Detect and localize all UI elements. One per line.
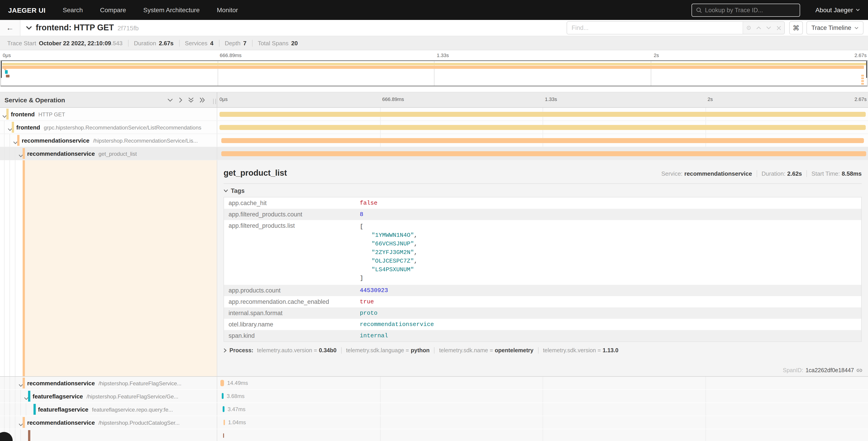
nav-item-monitor[interactable]: Monitor bbox=[217, 6, 238, 13]
span-duration-bar[interactable] bbox=[223, 419, 225, 425]
column-splitter-handle[interactable] bbox=[213, 99, 216, 104]
expand-chevron-icon[interactable] bbox=[2, 112, 7, 120]
span-duration-label: 3.47ms bbox=[228, 406, 246, 412]
indent-guide bbox=[15, 147, 16, 160]
collapse-all-icon[interactable] bbox=[188, 97, 194, 102]
span-row-timeline[interactable] bbox=[217, 108, 868, 120]
span-duration-bar[interactable] bbox=[220, 380, 224, 386]
array-item-comma: , bbox=[414, 240, 417, 247]
nav-item-search[interactable]: Search bbox=[63, 6, 83, 13]
trace-lookup-input[interactable] bbox=[705, 6, 795, 13]
clear-search-icon[interactable] bbox=[774, 23, 783, 32]
prev-result-icon[interactable] bbox=[754, 23, 763, 32]
span-row-timeline[interactable] bbox=[217, 429, 868, 441]
process-item: telemetry.sdk.language = python bbox=[341, 347, 430, 354]
span-duration-bar[interactable] bbox=[223, 433, 224, 438]
tag-value-text: 8 bbox=[360, 211, 363, 218]
service-name: frontend bbox=[11, 111, 35, 117]
span-row-timeline[interactable]: 14.49ms bbox=[217, 377, 868, 389]
tag-row[interactable]: app.filtered_products.count8 bbox=[224, 209, 861, 220]
minimap-left-handle[interactable] bbox=[1, 61, 2, 78]
trace-id-short: 2f715fb bbox=[118, 24, 138, 31]
nav-item-system-architecture[interactable]: System Architecture bbox=[143, 6, 199, 13]
span-row-name: frontendgrpc.hipstershop.RecommendationS… bbox=[0, 121, 217, 134]
span-row[interactable]: featureflagservice/hipstershop.FeatureFl… bbox=[0, 390, 868, 403]
find-input[interactable] bbox=[567, 22, 743, 34]
span-row-timeline[interactable]: 2.62s bbox=[217, 147, 868, 160]
trace-view-selector[interactable]: Trace Timeline bbox=[806, 21, 864, 34]
tag-value-text: recommendationservice bbox=[360, 321, 434, 328]
duration-value: 2.67s bbox=[159, 40, 174, 47]
expand-all-icon[interactable] bbox=[199, 97, 205, 102]
span-row[interactable]: recommendationservice/hipstershop.Featur… bbox=[0, 377, 868, 390]
expand-chevron-icon[interactable] bbox=[13, 138, 18, 146]
app-brand[interactable]: JAEGER UI bbox=[8, 6, 45, 14]
about-jaeger-menu[interactable]: About Jaeger bbox=[815, 6, 860, 13]
tag-row[interactable]: internal.span.formatproto bbox=[224, 307, 861, 319]
expand-chevron-icon[interactable] bbox=[24, 394, 29, 402]
tag-value: 44530923 bbox=[355, 285, 393, 296]
focus-match-icon[interactable] bbox=[744, 23, 753, 32]
span-duration-bar[interactable] bbox=[223, 406, 224, 412]
indent-guide bbox=[15, 416, 16, 429]
minimap-time-axis: 0μs666.89ms1.33s2s2.67s bbox=[0, 50, 868, 60]
copy-link-icon[interactable] bbox=[856, 367, 863, 374]
span-rows-bottom: recommendationservice/hipstershop.Featur… bbox=[0, 377, 868, 441]
span-row-timeline[interactable]: 3.47ms bbox=[217, 403, 868, 416]
process-value: python bbox=[411, 347, 430, 354]
span-duration-bar[interactable] bbox=[221, 151, 866, 156]
keyboard-shortcuts-button[interactable]: ⌘ bbox=[789, 21, 803, 34]
process-items: telemetry.auto.version = 0.34b0telemetry… bbox=[257, 347, 618, 354]
tag-row[interactable]: otel.library.namerecommendationservice bbox=[224, 319, 861, 330]
expand-chevron-icon[interactable] bbox=[19, 420, 23, 428]
next-result-icon[interactable] bbox=[764, 23, 773, 32]
collapse-one-level-icon[interactable] bbox=[167, 98, 173, 101]
tag-value: proto bbox=[355, 307, 382, 319]
indent-guide bbox=[9, 160, 10, 376]
trace-minimap[interactable] bbox=[0, 60, 868, 86]
tag-row[interactable]: app.recommendation.cache_enabledtrue bbox=[224, 296, 861, 307]
operation-name: /hipstershop.FeatureFlagService/Ge... bbox=[87, 393, 179, 400]
time-tick-label: 2s bbox=[708, 96, 713, 102]
span-row-name: frontendHTTP GET bbox=[0, 108, 217, 120]
expand-one-level-icon[interactable] bbox=[179, 97, 182, 102]
span-row[interactable]: frontendgrpc.hipstershop.RecommendationS… bbox=[0, 121, 868, 134]
span-row-partial[interactable] bbox=[0, 429, 868, 441]
process-section-toggle[interactable]: Process: telemetry.auto.version = 0.34b0… bbox=[223, 347, 862, 354]
minimap-right-handle[interactable] bbox=[866, 61, 867, 78]
expand-chevron-icon[interactable] bbox=[19, 151, 23, 159]
span-row-timeline[interactable]: 1.04ms bbox=[217, 416, 868, 429]
indent-guide bbox=[15, 160, 16, 376]
tag-row[interactable]: span.kindinternal bbox=[224, 330, 861, 342]
expand-chevron-icon[interactable] bbox=[8, 125, 12, 133]
tag-row[interactable]: app.products.count44530923 bbox=[224, 285, 861, 296]
span-duration-bar[interactable] bbox=[219, 125, 866, 130]
span-duration-bar[interactable] bbox=[219, 112, 866, 117]
tag-row[interactable]: app.filtered_products.list["1YMWWN1N4O",… bbox=[224, 220, 861, 285]
back-button[interactable]: ← bbox=[0, 20, 20, 36]
span-row-timeline[interactable] bbox=[217, 134, 868, 147]
stat-depth: Depth 7 bbox=[219, 40, 246, 47]
span-row-name: recommendationservice/hipstershop.Featur… bbox=[0, 377, 217, 389]
span-row-timeline[interactable]: 3.68ms bbox=[217, 390, 868, 403]
span-row[interactable]: recommendationservice/hipstershop.Recomm… bbox=[0, 134, 868, 147]
array-item-string: "2ZYFJ3GM2N" bbox=[372, 249, 414, 256]
span-duration-bar[interactable] bbox=[222, 393, 223, 399]
services-label: Services bbox=[185, 40, 208, 47]
span-row[interactable]: recommendationserviceget_product_list2.6… bbox=[0, 147, 868, 160]
selected-span-bar[interactable] bbox=[221, 161, 866, 165]
span-row-timeline[interactable] bbox=[217, 121, 868, 134]
tags-section-toggle[interactable]: Tags bbox=[223, 187, 862, 194]
span-row[interactable]: recommendationservice/hipstershop.Produc… bbox=[0, 416, 868, 429]
collapse-trace-chevron-icon[interactable] bbox=[26, 26, 32, 30]
span-row[interactable]: frontendHTTP GET bbox=[0, 108, 868, 121]
expand-chevron-icon[interactable] bbox=[19, 381, 23, 389]
operation-name: HTTP GET bbox=[38, 111, 65, 117]
indent-guide bbox=[9, 377, 10, 389]
span-row[interactable]: featureflagservicefeatureflagservice.rep… bbox=[0, 403, 868, 416]
tag-value: recommendationservice bbox=[355, 319, 438, 330]
span-duration-bar[interactable] bbox=[221, 138, 864, 143]
tag-row[interactable]: app.cache_hitfalse bbox=[224, 198, 861, 209]
nav-item-compare[interactable]: Compare bbox=[100, 6, 126, 13]
process-item: telemetry.auto.version = 0.34b0 bbox=[257, 347, 337, 354]
